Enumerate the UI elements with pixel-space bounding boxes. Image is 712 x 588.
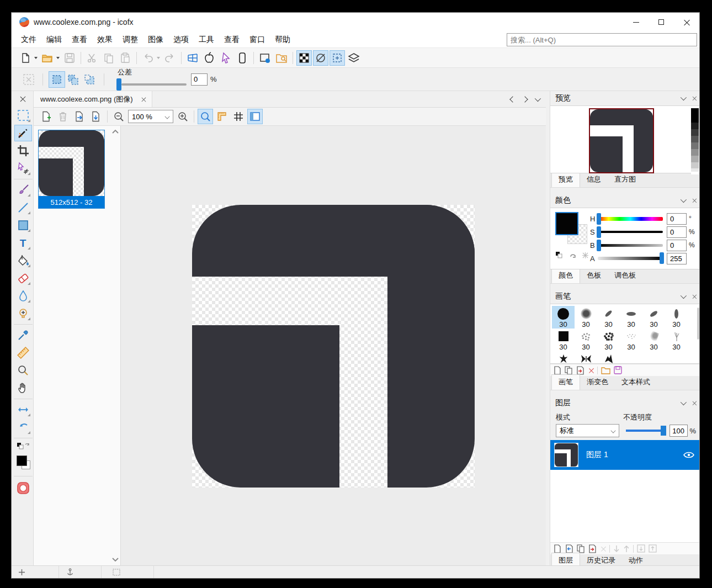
tab-gradients[interactable]: 渐变色 <box>580 375 615 390</box>
record-action-button[interactable] <box>14 479 32 497</box>
tab-swatches[interactable]: 色板 <box>580 268 608 283</box>
brush-fuzzy[interactable]: 30 <box>642 329 665 351</box>
blend-mode-select[interactable]: 标准 <box>556 424 619 437</box>
brush-ellipse-v[interactable]: 30 <box>665 306 688 329</box>
tabs-scroll-left-icon[interactable] <box>509 96 516 102</box>
brush-circle-solid[interactable]: 30 <box>552 306 575 329</box>
tabs-scroll-right-icon[interactable] <box>522 96 528 102</box>
canvas[interactable] <box>121 126 546 565</box>
save-brushes-icon[interactable] <box>614 366 622 374</box>
tolerance-input[interactable] <box>191 73 208 86</box>
default-colors-icon[interactable] <box>555 251 564 259</box>
capture-button[interactable] <box>257 50 273 66</box>
macos-icon-button[interactable] <box>201 50 217 66</box>
thumb-scroll-down-icon[interactable] <box>111 555 119 563</box>
menu-help[interactable]: 帮助 <box>270 33 295 47</box>
new-file-button[interactable] <box>18 50 33 66</box>
paste-button[interactable] <box>118 50 133 66</box>
tolerance-slider-handle[interactable] <box>116 78 121 91</box>
document-tab-close-icon[interactable] <box>141 97 146 102</box>
merge-down-icon[interactable] <box>637 544 645 553</box>
brightness-value[interactable]: 0 <box>667 240 687 251</box>
transparent-color-icon[interactable] <box>582 252 589 259</box>
move-layer-down-icon[interactable] <box>613 545 620 553</box>
menu-window[interactable]: 窗口 <box>245 33 270 47</box>
swap-colors-icon[interactable] <box>569 251 577 259</box>
alpha-slider[interactable] <box>598 257 663 260</box>
new-brush-icon[interactable] <box>554 366 561 375</box>
color-collapse-icon[interactable] <box>681 197 687 203</box>
brush-leaf[interactable] <box>552 351 575 365</box>
deselect-button[interactable] <box>20 71 37 88</box>
tool-eyedropper[interactable] <box>14 327 32 343</box>
brush-ellipse-h[interactable]: 30 <box>620 306 642 329</box>
brush-square[interactable]: 30 <box>552 329 575 351</box>
tab-info[interactable]: 信息 <box>580 172 608 187</box>
browse-button[interactable] <box>274 50 289 66</box>
import-layer-icon[interactable] <box>565 544 573 553</box>
undo-button[interactable] <box>140 50 156 66</box>
tool-blur[interactable] <box>14 288 32 304</box>
hue-slider[interactable] <box>598 217 663 221</box>
preview-background-gradient[interactable] <box>691 108 699 174</box>
export-brush-icon[interactable] <box>576 366 585 375</box>
layer-row[interactable]: 图层 1 <box>550 440 700 470</box>
rulers-toggle[interactable] <box>214 109 230 124</box>
brush-scatter-dense[interactable]: 30 <box>597 329 620 351</box>
tab-preview[interactable]: 预览 <box>551 172 580 187</box>
menu-tools[interactable]: 工具 <box>194 33 219 47</box>
brush-close-icon[interactable] <box>692 294 697 299</box>
tab-brushes[interactable]: 画笔 <box>551 374 580 390</box>
saturation-slider[interactable] <box>598 231 663 233</box>
open-file-button[interactable] <box>40 50 55 66</box>
default-colors-button[interactable] <box>14 441 32 453</box>
menu-adjust[interactable]: 调整 <box>118 33 143 47</box>
brush-scatter-fine[interactable]: 30 <box>620 329 642 351</box>
cut-button[interactable] <box>84 50 100 66</box>
brush-ellipse-diag[interactable]: 30 <box>642 306 665 329</box>
maximize-button[interactable] <box>649 13 674 31</box>
layers-view-button[interactable] <box>346 50 362 66</box>
foreground-color-box[interactable] <box>555 212 578 235</box>
brightness-slider[interactable] <box>598 244 663 247</box>
tool-zoom[interactable] <box>14 362 32 379</box>
brush-scatter-light[interactable]: 30 <box>575 329 597 351</box>
tab-text-styles[interactable]: 文本样式 <box>615 375 657 390</box>
preview-collapse-icon[interactable] <box>681 94 687 100</box>
new-image-button[interactable] <box>39 109 54 124</box>
copy-button[interactable] <box>101 50 116 66</box>
show-transparency-toggle[interactable] <box>296 50 312 66</box>
close-tools-button[interactable] <box>14 92 32 106</box>
alpha-value[interactable]: 255 <box>667 253 687 264</box>
selection-mode-add[interactable] <box>65 71 82 88</box>
document-tab[interactable]: www.coolexe.com.png (图像) <box>34 91 152 107</box>
foreground-color-swatch[interactable] <box>17 455 27 466</box>
layers-close-icon[interactable] <box>692 401 697 405</box>
tool-text[interactable]: T <box>14 235 32 251</box>
preview-close-icon[interactable] <box>692 96 697 100</box>
zoom-in-button[interactable] <box>175 109 190 124</box>
tool-crop[interactable] <box>14 142 32 159</box>
opacity-slider-handle[interactable] <box>661 426 666 436</box>
menu-file[interactable]: 文件 <box>16 33 41 47</box>
selection-visibility-toggle[interactable] <box>330 50 345 66</box>
new-file-dropdown[interactable] <box>34 57 38 59</box>
delete-image-button[interactable] <box>55 109 71 124</box>
tool-rect-select[interactable] <box>14 107 32 124</box>
tolerance-slider-track[interactable] <box>121 83 187 86</box>
search-input[interactable] <box>507 33 697 46</box>
tool-eraser[interactable] <box>14 270 32 287</box>
tool-rectangle[interactable] <box>14 217 32 234</box>
tool-flip[interactable] <box>14 401 32 418</box>
tab-histogram[interactable]: 直方图 <box>608 172 642 187</box>
tool-fill[interactable] <box>14 252 32 269</box>
cursor-icon-button[interactable] <box>218 50 233 66</box>
open-brushes-icon[interactable] <box>601 367 610 374</box>
saturation-value[interactable]: 0 <box>667 226 687 238</box>
flatten-icon[interactable] <box>649 544 657 553</box>
import-image-button[interactable] <box>88 109 104 124</box>
layers-collapse-icon[interactable] <box>681 399 687 405</box>
color-swatches[interactable] <box>14 454 33 474</box>
panels-toggle[interactable] <box>247 109 263 124</box>
hue-value[interactable]: 0 <box>667 213 687 225</box>
